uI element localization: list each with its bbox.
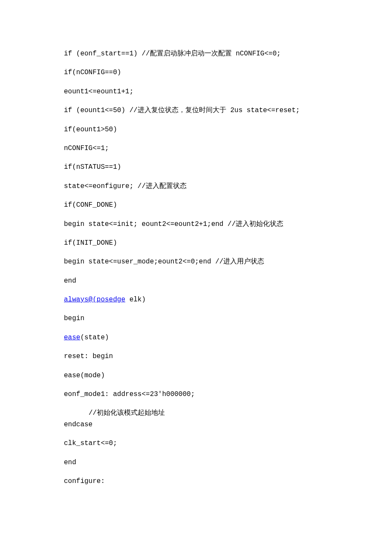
code-line: if(nSTATUS==1) — [64, 162, 328, 172]
code-line: ease(mode) — [64, 371, 328, 380]
code-line: begin state<=init; eount2<=eount2+1;end … — [64, 220, 328, 229]
code-line: endcase — [64, 420, 328, 429]
code-line: if(nCONFIG==0) — [64, 68, 328, 77]
code-document: if (eonf_start==1) //配置启动脉冲启动一次配置 nCONFI… — [0, 0, 392, 521]
code-line: if(CONF_DONE) — [64, 200, 328, 210]
code-line: begin — [64, 314, 328, 323]
code-line: if (eonf_start==1) //配置启动脉冲启动一次配置 nCONFI… — [64, 49, 328, 58]
code-line: begin state<=user_mode;eount2<=0;end //进… — [64, 257, 328, 266]
code-text: (state) — [80, 334, 109, 341]
code-line: configure: — [64, 477, 328, 486]
code-line: end — [64, 276, 328, 286]
code-line: eount1<=eount1+1; — [64, 87, 328, 96]
link-ease[interactable]: ease — [64, 334, 80, 341]
code-line: clk_start<=0; — [64, 439, 328, 448]
code-line: eonf_mode1: address<=23'h000000; — [64, 390, 328, 399]
code-line: if(INIT_DONE) — [64, 238, 328, 248]
code-comment: //初始化该模式起始地址 — [64, 408, 328, 418]
link-always-posedge[interactable]: always@(posedge — [64, 296, 125, 304]
code-text: elk) — [125, 296, 146, 304]
code-line: end — [64, 458, 328, 467]
code-line: if(eount1>50) — [64, 125, 328, 134]
code-line: ease(state) — [64, 333, 328, 342]
code-line: reset: begin — [64, 352, 328, 361]
code-line: state<=eonfigure; //进入配置状态 — [64, 182, 328, 191]
code-line: always@(posedge elk) — [64, 295, 328, 304]
code-line: if (eount1<=50) //进入复位状态，复位时间大于 2us stat… — [64, 106, 328, 115]
code-line: nCONFIG<=1; — [64, 144, 328, 153]
